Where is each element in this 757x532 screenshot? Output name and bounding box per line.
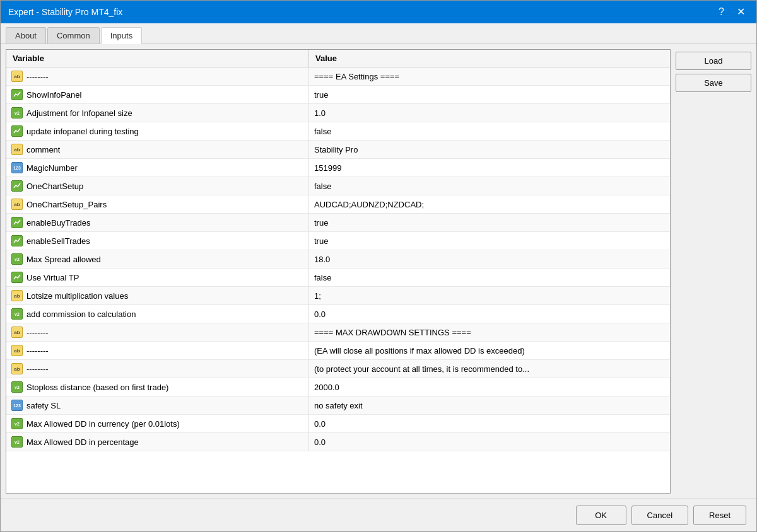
table-header: Variable Value bbox=[6, 50, 670, 67]
value-cell[interactable]: (EA will close all positions if max allo… bbox=[309, 342, 670, 359]
variable-cell: update infopanel during testing bbox=[6, 122, 309, 140]
icon-v2: v2 bbox=[11, 381, 23, 393]
value-cell[interactable]: true bbox=[309, 86, 670, 103]
variable-name: ShowInfoPanel bbox=[26, 90, 81, 100]
table-row[interactable]: v2Max Spread allowed18.0 bbox=[6, 250, 670, 269]
ok-button[interactable]: OK bbox=[576, 506, 626, 525]
variable-name: update infopanel during testing bbox=[26, 127, 139, 136]
variable-value: AUDCAD;AUDNZD;NZDCAD; bbox=[314, 200, 424, 209]
value-cell[interactable]: 0.0 bbox=[309, 415, 670, 432]
table-row[interactable]: ab--------(to protect your account at al… bbox=[6, 360, 670, 378]
value-cell[interactable]: 18.0 bbox=[309, 250, 670, 268]
value-cell[interactable]: ==== EA Settings ==== bbox=[309, 67, 670, 85]
value-cell[interactable]: (to protect your account at all times, i… bbox=[309, 360, 670, 378]
variable-cell: 123MagicNumber bbox=[6, 159, 309, 176]
variable-value: Stability Pro bbox=[314, 145, 358, 154]
variable-name: Adjustment for Infopanel size bbox=[26, 108, 132, 118]
variable-cell: enableSellTrades bbox=[6, 232, 309, 250]
value-cell[interactable]: false bbox=[309, 177, 670, 195]
save-button[interactable]: Save bbox=[676, 74, 751, 92]
variable-name: enableSellTrades bbox=[26, 236, 90, 246]
variable-value: no safety exit bbox=[314, 401, 363, 410]
icon-ab: ab bbox=[11, 144, 23, 155]
value-cell[interactable]: true bbox=[309, 232, 670, 250]
table-row[interactable]: 123safety SLno safety exit bbox=[6, 396, 670, 415]
variable-name: Use Virtual TP bbox=[26, 273, 79, 282]
table-row[interactable]: v2Max Allowed DD in percentage0.0 bbox=[6, 433, 670, 451]
table-row[interactable]: v2add commission to calculation0.0 bbox=[6, 305, 670, 323]
footer: OK Cancel Reset bbox=[1, 499, 756, 531]
variable-value: 18.0 bbox=[314, 255, 330, 264]
tab-common[interactable]: Common bbox=[47, 27, 100, 43]
table-row[interactable]: abOneChartSetup_PairsAUDCAD;AUDNZD;NZDCA… bbox=[6, 195, 670, 214]
icon-green bbox=[11, 180, 23, 192]
icon-v2: v2 bbox=[11, 308, 23, 320]
reset-button[interactable]: Reset bbox=[693, 506, 746, 525]
table-row[interactable]: enableSellTradestrue bbox=[6, 232, 670, 250]
variable-name: comment bbox=[26, 145, 60, 154]
value-cell[interactable]: 0.0 bbox=[309, 305, 670, 323]
value-cell[interactable]: Stability Pro bbox=[309, 141, 670, 158]
value-cell[interactable]: AUDCAD;AUDNZD;NZDCAD; bbox=[309, 195, 670, 213]
icon-green bbox=[11, 125, 23, 137]
variable-name: -------- bbox=[26, 346, 49, 356]
variable-name: safety SL bbox=[26, 401, 61, 410]
variable-cell: v2Adjustment for Infopanel size bbox=[6, 104, 309, 122]
help-button[interactable]: ? bbox=[715, 6, 728, 18]
variable-cell: ab-------- bbox=[6, 360, 309, 378]
table-row[interactable]: abLotsize multiplication values1; bbox=[6, 287, 670, 305]
load-button[interactable]: Load bbox=[676, 52, 751, 70]
table-row[interactable]: OneChartSetupfalse bbox=[6, 177, 670, 195]
variable-name: Max Allowed DD in percentage bbox=[26, 437, 139, 447]
table-row[interactable]: enableBuyTradestrue bbox=[6, 214, 670, 232]
variable-value: (EA will close all positions if max allo… bbox=[314, 346, 525, 356]
icon-ab: ab bbox=[11, 363, 23, 374]
icon-123: 123 bbox=[11, 400, 23, 411]
icon-v2: v2 bbox=[11, 436, 23, 448]
table-row[interactable]: 123MagicNumber151999 bbox=[6, 159, 670, 177]
table-row[interactable]: v2Adjustment for Infopanel size1.0 bbox=[6, 104, 670, 122]
variable-cell: ShowInfoPanel bbox=[6, 86, 309, 103]
icon-ab: ab bbox=[11, 345, 23, 356]
value-cell[interactable]: true bbox=[309, 214, 670, 231]
value-cell[interactable]: ==== MAX DRAWDOWN SETTINGS ==== bbox=[309, 323, 670, 341]
icon-v2: v2 bbox=[11, 418, 23, 429]
table-row[interactable]: abcommentStability Pro bbox=[6, 141, 670, 159]
table-row[interactable]: ab--------==== EA Settings ==== bbox=[6, 67, 670, 86]
value-cell[interactable]: 151999 bbox=[309, 159, 670, 176]
value-cell[interactable]: no safety exit bbox=[309, 396, 670, 414]
variable-value: true bbox=[314, 236, 328, 246]
tab-inputs[interactable]: Inputs bbox=[101, 27, 142, 44]
value-cell[interactable]: 0.0 bbox=[309, 433, 670, 451]
variable-cell: Use Virtual TP bbox=[6, 269, 309, 286]
variable-value: false bbox=[314, 127, 331, 136]
cancel-button[interactable]: Cancel bbox=[631, 506, 688, 525]
table-body[interactable]: ab--------==== EA Settings ====ShowInfoP… bbox=[6, 67, 670, 493]
close-button[interactable]: ✕ bbox=[733, 6, 749, 18]
table-row[interactable]: v2Stoploss distance (based on first trad… bbox=[6, 378, 670, 396]
table-row[interactable]: ShowInfoPaneltrue bbox=[6, 86, 670, 104]
title-bar-controls: ? ✕ bbox=[715, 6, 749, 18]
value-cell[interactable]: 2000.0 bbox=[309, 378, 670, 396]
value-cell[interactable]: 1.0 bbox=[309, 104, 670, 122]
title-bar: Expert - Stability Pro MT4_fix ? ✕ bbox=[1, 1, 756, 23]
main-window: Expert - Stability Pro MT4_fix ? ✕ About… bbox=[0, 0, 757, 532]
col-value-header: Value bbox=[309, 50, 670, 67]
table-row[interactable]: update infopanel during testingfalse bbox=[6, 122, 670, 141]
table-row[interactable]: Use Virtual TPfalse bbox=[6, 269, 670, 287]
value-cell[interactable]: 1; bbox=[309, 287, 670, 304]
value-cell[interactable]: false bbox=[309, 269, 670, 286]
variable-name: Lotsize multiplication values bbox=[26, 291, 128, 301]
variable-value: 0.0 bbox=[314, 309, 326, 319]
table-row[interactable]: ab--------==== MAX DRAWDOWN SETTINGS ===… bbox=[6, 323, 670, 342]
value-cell[interactable]: false bbox=[309, 122, 670, 140]
variable-cell: v2Max Allowed DD in percentage bbox=[6, 433, 309, 451]
variable-cell: 123safety SL bbox=[6, 396, 309, 414]
table-row[interactable]: ab--------(EA will close all positions i… bbox=[6, 342, 670, 360]
variable-name: Max Spread allowed bbox=[26, 255, 101, 264]
tab-about[interactable]: About bbox=[6, 27, 46, 43]
table-row[interactable]: v2Max Allowed DD in currency (per 0.01lo… bbox=[6, 415, 670, 433]
variable-value: false bbox=[314, 273, 331, 282]
variable-cell: enableBuyTrades bbox=[6, 214, 309, 231]
variable-cell: ab-------- bbox=[6, 323, 309, 341]
